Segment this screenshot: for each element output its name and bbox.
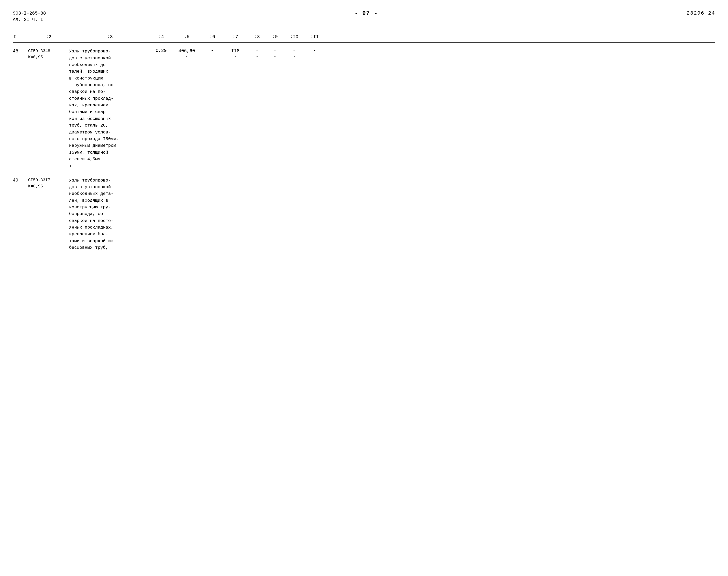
entry-48-desc: Узлы трубопрово- дов с установкой необхо… — [69, 48, 151, 169]
col-header-9: :9 — [266, 33, 284, 40]
page-header: 903-I-265-88 Ал. 2I ч. I - 97 - 23296-24 — [13, 10, 715, 23]
col-header-1: I — [13, 33, 28, 40]
col-header-5: .5 — [171, 33, 202, 40]
col-header-11: :II — [304, 33, 325, 40]
doc-sub: Ал. 2I ч. I — [13, 17, 46, 23]
entry-48-code: CI59-3348К=0,95 — [28, 48, 69, 60]
col-header-8: :8 — [248, 33, 266, 40]
col-header-10: :I0 — [284, 33, 304, 40]
header-doc-id: 23296-24 — [687, 10, 715, 16]
entry-48-col6: - — [202, 48, 223, 53]
entry-49: 49 CI59-33I7К=0,95 Узлы трубопрово- дов … — [13, 177, 715, 251]
main-table: I :2 :3 :4 .5 :6 :7 :8 :9 :I0 :II 48 CI5… — [13, 31, 715, 251]
col-header-2: :2 — [28, 33, 69, 40]
entry-48-col8: - - — [248, 48, 266, 59]
col-header-7: :7 — [223, 33, 248, 40]
entry-49-num: 49 — [13, 177, 28, 183]
entry-48-col11: - — [304, 48, 325, 53]
header-page-number: - 97 - — [355, 10, 378, 17]
entry-49-code: CI59-33I7К=0,95 — [28, 177, 69, 190]
col-header-6: :6 — [202, 33, 223, 40]
col-header-4: :4 — [151, 33, 171, 40]
header-left: 903-I-265-88 Ал. 2I ч. I — [13, 10, 46, 23]
entry-48-col5: 406,60 - — [171, 48, 202, 59]
column-headers: I :2 :3 :4 .5 :6 :7 :8 :9 :I0 :II — [13, 31, 715, 43]
entry-49-desc: Узлы трубопрово- дов с установкой необхо… — [69, 177, 151, 251]
entry-48-col7: II8 - — [223, 48, 248, 59]
entry-48-num: 48 — [13, 48, 28, 54]
entry-48-col4: 0,29 — [151, 48, 171, 53]
entries-list: 48 CI59-3348К=0,95 Узлы трубопрово- дов … — [13, 48, 715, 251]
col-header-3: :3 — [69, 33, 151, 40]
entry-48-col9: - - — [266, 48, 284, 59]
doc-number: 903-I-265-88 — [13, 10, 46, 17]
entry-48-col10: - - — [284, 48, 304, 59]
entry-48: 48 CI59-3348К=0,95 Узлы трубопрово- дов … — [13, 48, 715, 169]
